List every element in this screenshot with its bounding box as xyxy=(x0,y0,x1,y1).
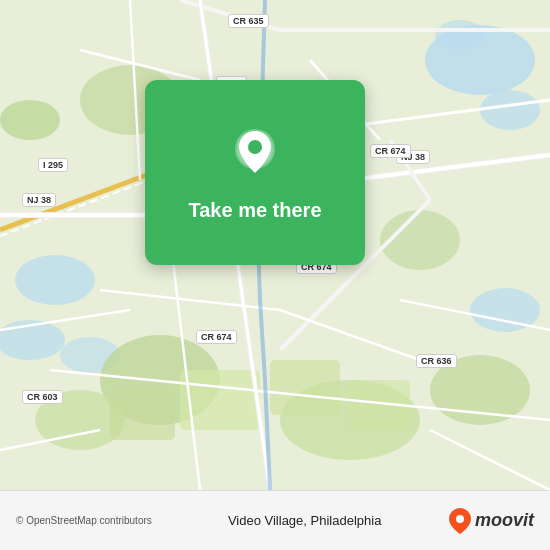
svg-point-50 xyxy=(456,515,464,523)
svg-point-49 xyxy=(248,140,262,154)
svg-point-3 xyxy=(435,20,485,50)
take-me-there-button[interactable]: Take me there xyxy=(145,80,365,265)
svg-point-4 xyxy=(15,255,95,305)
map-container: CR 635 NJ 38 NJ 38 I 295 CR 674 CR 674 C… xyxy=(0,0,550,490)
moovit-logo: moovit xyxy=(449,508,534,534)
road-label-cr674-bot: CR 674 xyxy=(196,330,237,344)
svg-rect-18 xyxy=(110,390,175,440)
road-label-i295: I 295 xyxy=(38,158,68,172)
moovit-pin-icon xyxy=(449,508,471,534)
road-label-cr635: CR 635 xyxy=(228,14,269,28)
place-name: Video Village, Philadelphia xyxy=(160,513,449,528)
moovit-text: moovit xyxy=(475,510,534,531)
road-label-cr603: CR 603 xyxy=(22,390,63,404)
osm-credit: © OpenStreetMap contributors xyxy=(16,515,160,526)
svg-point-2 xyxy=(480,90,540,130)
location-pin-icon xyxy=(225,123,285,183)
road-label-nj38-left: NJ 38 xyxy=(22,193,56,207)
svg-point-14 xyxy=(0,100,60,140)
popup-label: Take me there xyxy=(188,199,321,222)
svg-rect-16 xyxy=(270,360,340,415)
bottom-bar: © OpenStreetMap contributors Video Villa… xyxy=(0,490,550,550)
road-label-cr636: CR 636 xyxy=(416,354,457,368)
road-label-cr674-top: CR 674 xyxy=(370,144,411,158)
